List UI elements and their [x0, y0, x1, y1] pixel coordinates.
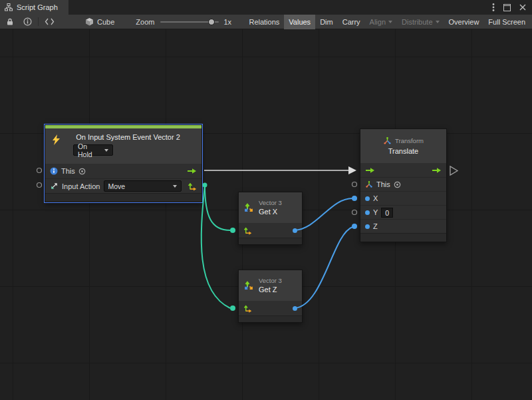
y-port-label: Y	[373, 208, 378, 216]
z-port-dot[interactable]	[365, 224, 370, 229]
values-button[interactable]: Values	[284, 15, 315, 29]
vector3-icon	[243, 280, 255, 291]
tab-label: Script Graph	[17, 3, 58, 11]
dropdown-arrow-icon	[173, 185, 177, 188]
x-port-dot[interactable]	[365, 196, 370, 201]
get-z-node[interactable]: Vector 3 Get Z	[238, 270, 303, 323]
event-node-footer	[45, 193, 201, 202]
x-port-label: X	[373, 194, 378, 202]
dropdown-arrow-icon	[104, 149, 108, 152]
tab-script-graph[interactable]: Script Graph	[0, 0, 68, 15]
translate-z-port-row[interactable]: Z	[360, 219, 446, 233]
get-x-node-header[interactable]: Vector 3 Get X	[239, 192, 302, 223]
transform-mini-icon	[365, 180, 373, 188]
get-x-node-footer	[239, 238, 302, 244]
target-object[interactable]: Cube	[85, 17, 114, 26]
cube-icon	[85, 17, 94, 26]
kebab-menu-icon[interactable]	[492, 3, 495, 12]
toolbar-separator	[38, 17, 39, 26]
maximize-icon[interactable]	[503, 4, 511, 11]
input-action-icon	[50, 182, 59, 190]
window-controls	[492, 3, 532, 12]
script-graph-icon	[5, 3, 13, 11]
get-z-category: Vector 3	[259, 277, 282, 285]
target-picker-icon[interactable]	[394, 181, 401, 188]
translate-this-port-row[interactable]: This	[360, 177, 446, 191]
translate-title: Translate	[388, 146, 418, 156]
titlebar: Script Graph	[0, 0, 532, 15]
event-this-label: This	[61, 167, 75, 175]
input-action-label: Input Action	[62, 182, 100, 190]
event-this-port-row[interactable]: This	[45, 164, 201, 178]
translate-flow-row[interactable]	[360, 163, 446, 177]
code-icon[interactable]	[45, 18, 55, 25]
dropdown-arrow-icon	[388, 21, 392, 23]
translate-y-port-row[interactable]: Y 0	[360, 205, 446, 219]
get-x-category: Vector 3	[259, 199, 282, 207]
zoom-value: 1x	[223, 18, 231, 26]
vector3-input-port-icon[interactable]	[243, 304, 252, 313]
vector3-icon	[243, 202, 255, 213]
overview-button[interactable]: Overview	[444, 15, 484, 29]
y-port-dot[interactable]	[365, 210, 370, 215]
graph-toolbar: Cube Zoom 1x Relations Values Dim Carry …	[0, 15, 532, 29]
toolbar-buttons: Relations Values Dim Carry Align Distrib…	[244, 15, 532, 29]
info-icon[interactable]	[23, 17, 32, 26]
get-x-node[interactable]: Vector 3 Get X	[238, 192, 303, 245]
flow-output-arrow-icon[interactable]	[187, 168, 197, 174]
translate-this-label: This	[376, 180, 390, 188]
transform-icon	[383, 136, 392, 145]
translate-x-port-row[interactable]: X	[360, 191, 446, 205]
align-dropdown[interactable]: Align	[365, 15, 397, 29]
get-z-output-dot[interactable]	[293, 306, 297, 311]
relations-button[interactable]: Relations	[244, 15, 284, 29]
dim-button[interactable]: Dim	[315, 15, 338, 29]
this-object-icon	[50, 167, 58, 175]
event-input-action-row[interactable]: Input Action Move	[45, 178, 201, 193]
translate-node-footer	[360, 233, 446, 242]
get-z-title: Get Z	[259, 285, 282, 294]
flow-output-arrow-icon[interactable]	[432, 167, 442, 174]
zoom-label: Zoom	[136, 18, 154, 26]
target-object-name: Cube	[97, 18, 114, 26]
zoom-slider-handle[interactable]	[208, 19, 215, 25]
event-mode-dropdown[interactable]: On Hold	[73, 144, 113, 156]
close-icon[interactable]	[519, 4, 526, 11]
get-z-node-footer	[239, 315, 302, 322]
flow-input-arrow-icon[interactable]	[365, 167, 375, 174]
translate-node[interactable]: Transform Translate This X	[360, 128, 447, 242]
on-input-system-event-node[interactable]: On Input System Event Vector 2 On Hold T…	[45, 124, 202, 202]
get-z-node-header[interactable]: Vector 3 Get Z	[239, 270, 302, 301]
input-action-dropdown[interactable]: Move	[104, 180, 182, 192]
zoom-slider[interactable]	[160, 18, 219, 26]
script-graph-window: Script Graph Cub	[0, 0, 532, 400]
get-x-title: Get X	[259, 207, 282, 216]
lock-icon[interactable]	[6, 17, 14, 26]
event-node-title: On Input System Event Vector 2	[45, 132, 201, 142]
lightning-bolt-icon	[51, 134, 61, 147]
get-x-port-row[interactable]	[239, 223, 302, 238]
translate-category: Transform	[395, 137, 424, 145]
carry-button[interactable]: Carry	[338, 15, 365, 29]
translate-node-header[interactable]: Transform Translate	[360, 129, 446, 163]
full-screen-button[interactable]: Full Screen	[483, 15, 530, 29]
dropdown-arrow-icon	[436, 21, 440, 23]
target-picker-icon[interactable]	[78, 168, 86, 175]
y-value-input[interactable]: 0	[381, 208, 393, 218]
vector3-input-port-icon[interactable]	[243, 226, 252, 235]
event-node-header[interactable]: On Input System Event Vector 2 On Hold	[45, 128, 201, 164]
get-z-port-row[interactable]	[239, 301, 302, 315]
vector2-output-port-icon[interactable]	[188, 182, 197, 191]
z-port-label: Z	[373, 222, 378, 230]
distribute-dropdown[interactable]: Distribute	[397, 15, 444, 29]
get-x-output-dot[interactable]	[293, 228, 297, 233]
